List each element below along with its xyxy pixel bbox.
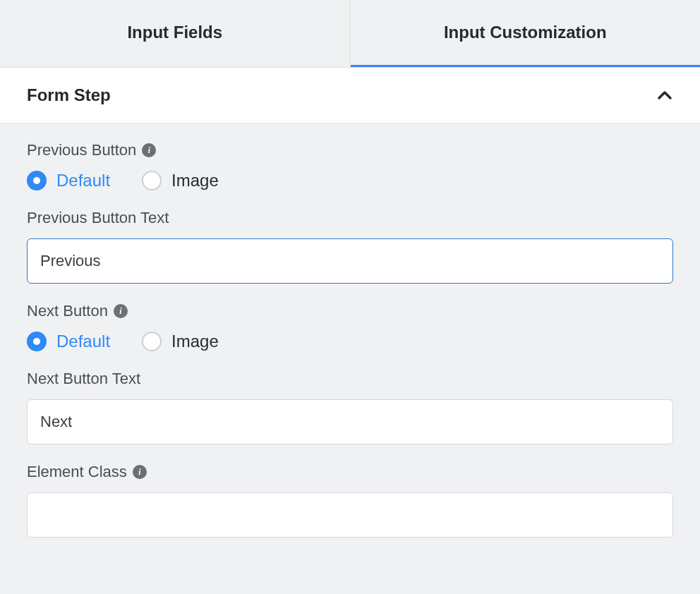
radio-row: Default Image <box>27 171 673 190</box>
field-element-class: Element Class i <box>27 463 673 538</box>
radio-previous-default[interactable]: Default <box>27 171 110 190</box>
tab-input-fields[interactable]: Input Fields <box>0 0 351 67</box>
field-label: Previous Button i <box>27 141 673 159</box>
field-label: Element Class i <box>27 463 673 481</box>
label-text: Next Button <box>27 302 108 320</box>
field-label: Previous Button Text <box>27 209 673 227</box>
next-button-text-input[interactable] <box>27 399 673 444</box>
form-body: Previous Button i Default Image Previous… <box>0 123 700 584</box>
section-title: Form Step <box>27 85 111 105</box>
tab-input-customization[interactable]: Input Customization <box>351 0 701 67</box>
field-label: Next Button i <box>27 302 673 320</box>
field-next-button-text: Next Button Text <box>27 370 673 444</box>
radio-circle <box>142 332 162 351</box>
field-next-button: Next Button i Default Image <box>27 302 673 351</box>
radio-previous-image[interactable]: Image <box>142 171 219 190</box>
radio-label: Image <box>171 171 219 190</box>
radio-label: Default <box>56 332 110 351</box>
field-label: Next Button Text <box>27 370 673 388</box>
label-text: Previous Button Text <box>27 209 169 227</box>
label-text: Element Class <box>27 463 127 481</box>
field-previous-button: Previous Button i Default Image <box>27 141 673 190</box>
info-icon[interactable]: i <box>114 304 128 318</box>
chevron-up-icon[interactable] <box>656 87 673 104</box>
radio-circle <box>27 171 47 190</box>
tab-label: Input Customization <box>444 23 607 42</box>
tabs-container: Input Fields Input Customization <box>0 0 700 68</box>
radio-circle <box>142 171 162 190</box>
radio-next-image[interactable]: Image <box>142 332 219 351</box>
info-icon[interactable]: i <box>142 143 156 157</box>
radio-row: Default Image <box>27 332 673 351</box>
radio-label: Image <box>171 332 219 351</box>
radio-circle <box>27 332 47 351</box>
radio-next-default[interactable]: Default <box>27 332 110 351</box>
radio-label: Default <box>56 171 110 190</box>
field-previous-button-text: Previous Button Text <box>27 209 673 284</box>
element-class-input[interactable] <box>27 492 673 538</box>
tab-label: Input Fields <box>127 23 222 42</box>
previous-button-text-input[interactable] <box>27 238 673 284</box>
label-text: Previous Button <box>27 141 136 159</box>
section-header[interactable]: Form Step <box>0 68 700 123</box>
label-text: Next Button Text <box>27 370 140 388</box>
info-icon[interactable]: i <box>133 465 147 479</box>
